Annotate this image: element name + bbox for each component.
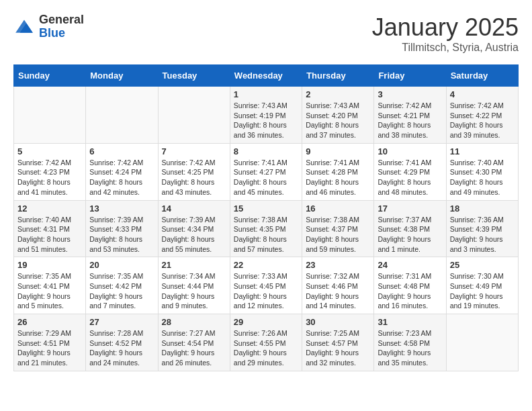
page-header: General Blue January 2025 Tillmitsch, St… [13, 13, 519, 54]
day-number: 25 [450, 260, 515, 270]
calendar-week-row: 26Sunrise: 7:29 AMSunset: 4:51 PMDayligh… [14, 314, 519, 371]
day-number: 1 [234, 89, 298, 99]
calendar-cell: 13Sunrise: 7:39 AMSunset: 4:33 PMDayligh… [86, 200, 158, 257]
calendar-cell: 15Sunrise: 7:38 AMSunset: 4:35 PMDayligh… [230, 200, 302, 257]
day-info: Sunrise: 7:30 AMSunset: 4:49 PMDaylight:… [450, 271, 515, 311]
calendar-cell: 7Sunrise: 7:42 AMSunset: 4:25 PMDaylight… [158, 143, 230, 200]
day-number: 24 [378, 260, 442, 270]
calendar-cell: 17Sunrise: 7:37 AMSunset: 4:38 PMDayligh… [374, 200, 446, 257]
calendar-cell: 18Sunrise: 7:36 AMSunset: 4:39 PMDayligh… [446, 200, 518, 257]
calendar-cell: 8Sunrise: 7:41 AMSunset: 4:27 PMDaylight… [230, 143, 302, 200]
calendar-week-row: 1Sunrise: 7:43 AMSunset: 4:19 PMDaylight… [14, 87, 519, 144]
day-info: Sunrise: 7:41 AMSunset: 4:27 PMDaylight:… [234, 158, 298, 197]
logo-blue: Blue [39, 27, 84, 40]
day-info: Sunrise: 7:31 AMSunset: 4:48 PMDaylight:… [378, 271, 442, 311]
calendar-cell [158, 87, 230, 144]
logo-general: General [39, 13, 84, 27]
day-info: Sunrise: 7:43 AMSunset: 4:19 PMDaylight:… [234, 101, 298, 140]
day-number: 13 [89, 203, 154, 214]
calendar-cell: 2Sunrise: 7:43 AMSunset: 4:20 PMDaylight… [302, 87, 374, 144]
calendar-cell: 29Sunrise: 7:26 AMSunset: 4:55 PMDayligh… [230, 314, 302, 371]
day-info: Sunrise: 7:42 AMSunset: 4:22 PMDaylight:… [450, 101, 515, 140]
day-number: 14 [162, 203, 226, 214]
logo-icon [13, 17, 35, 36]
day-info: Sunrise: 7:40 AMSunset: 4:30 PMDaylight:… [450, 158, 515, 197]
title-block: January 2025 Tillmitsch, Styria, Austria [372, 13, 519, 54]
calendar-cell: 3Sunrise: 7:42 AMSunset: 4:21 PMDaylight… [374, 87, 446, 144]
header-sunday: Sunday [14, 65, 86, 87]
calendar-cell: 21Sunrise: 7:34 AMSunset: 4:44 PMDayligh… [158, 257, 230, 314]
calendar-subtitle: Tillmitsch, Styria, Austria [372, 42, 519, 54]
day-info: Sunrise: 7:42 AMSunset: 4:25 PMDaylight:… [162, 158, 226, 197]
calendar-cell: 10Sunrise: 7:41 AMSunset: 4:29 PMDayligh… [374, 143, 446, 200]
day-number: 20 [89, 260, 154, 270]
day-number: 4 [450, 89, 515, 99]
day-number: 21 [162, 260, 226, 270]
day-number: 7 [162, 146, 226, 156]
day-info: Sunrise: 7:28 AMSunset: 4:52 PMDaylight:… [89, 328, 154, 368]
calendar-cell: 20Sunrise: 7:35 AMSunset: 4:42 PMDayligh… [86, 257, 158, 314]
day-number: 30 [306, 317, 370, 327]
header-tuesday: Tuesday [158, 65, 230, 87]
day-number: 19 [17, 260, 82, 270]
logo-text: General Blue [39, 13, 84, 40]
calendar-cell: 30Sunrise: 7:25 AMSunset: 4:57 PMDayligh… [302, 314, 374, 371]
calendar-cell [14, 87, 86, 144]
calendar-title: January 2025 [372, 13, 519, 42]
calendar-cell: 28Sunrise: 7:27 AMSunset: 4:54 PMDayligh… [158, 314, 230, 371]
day-number: 9 [306, 146, 370, 156]
day-number: 22 [234, 260, 298, 270]
day-info: Sunrise: 7:42 AMSunset: 4:24 PMDaylight:… [89, 158, 154, 197]
day-number: 2 [306, 89, 370, 99]
day-number: 5 [17, 146, 82, 156]
calendar-week-row: 12Sunrise: 7:40 AMSunset: 4:31 PMDayligh… [14, 200, 519, 257]
calendar-cell [446, 314, 518, 371]
day-info: Sunrise: 7:41 AMSunset: 4:29 PMDaylight:… [378, 158, 442, 197]
day-info: Sunrise: 7:36 AMSunset: 4:39 PMDaylight:… [450, 215, 515, 255]
header-friday: Friday [374, 65, 446, 87]
calendar-cell: 16Sunrise: 7:38 AMSunset: 4:37 PMDayligh… [302, 200, 374, 257]
day-info: Sunrise: 7:34 AMSunset: 4:44 PMDaylight:… [162, 271, 226, 311]
calendar-cell: 6Sunrise: 7:42 AMSunset: 4:24 PMDaylight… [86, 143, 158, 200]
day-info: Sunrise: 7:32 AMSunset: 4:46 PMDaylight:… [306, 271, 370, 311]
day-info: Sunrise: 7:26 AMSunset: 4:55 PMDaylight:… [234, 328, 298, 368]
calendar-cell: 24Sunrise: 7:31 AMSunset: 4:48 PMDayligh… [374, 257, 446, 314]
day-info: Sunrise: 7:39 AMSunset: 4:33 PMDaylight:… [89, 215, 154, 255]
day-info: Sunrise: 7:43 AMSunset: 4:20 PMDaylight:… [306, 101, 370, 140]
calendar-cell: 9Sunrise: 7:41 AMSunset: 4:28 PMDaylight… [302, 143, 374, 200]
day-info: Sunrise: 7:42 AMSunset: 4:21 PMDaylight:… [378, 101, 442, 140]
day-info: Sunrise: 7:35 AMSunset: 4:42 PMDaylight:… [89, 271, 154, 311]
day-info: Sunrise: 7:35 AMSunset: 4:41 PMDaylight:… [17, 271, 82, 311]
calendar-cell: 14Sunrise: 7:39 AMSunset: 4:34 PMDayligh… [158, 200, 230, 257]
header-saturday: Saturday [446, 65, 518, 87]
day-number: 15 [234, 203, 298, 214]
day-number: 10 [378, 146, 442, 156]
day-number: 26 [17, 317, 82, 327]
logo: General Blue [13, 13, 84, 40]
calendar-cell: 12Sunrise: 7:40 AMSunset: 4:31 PMDayligh… [14, 200, 86, 257]
calendar-week-row: 19Sunrise: 7:35 AMSunset: 4:41 PMDayligh… [14, 257, 519, 314]
calendar-cell: 23Sunrise: 7:32 AMSunset: 4:46 PMDayligh… [302, 257, 374, 314]
day-number: 12 [17, 203, 82, 214]
day-info: Sunrise: 7:38 AMSunset: 4:35 PMDaylight:… [234, 215, 298, 255]
day-info: Sunrise: 7:40 AMSunset: 4:31 PMDaylight:… [17, 215, 82, 255]
day-number: 27 [89, 317, 154, 327]
calendar-header-row: SundayMondayTuesdayWednesdayThursdayFrid… [14, 65, 519, 87]
header-thursday: Thursday [302, 65, 374, 87]
day-number: 31 [378, 317, 442, 327]
day-number: 29 [234, 317, 298, 327]
day-number: 6 [89, 146, 154, 156]
day-info: Sunrise: 7:37 AMSunset: 4:38 PMDaylight:… [378, 215, 442, 255]
day-number: 8 [234, 146, 298, 156]
day-number: 16 [306, 203, 370, 214]
header-monday: Monday [86, 65, 158, 87]
day-number: 28 [162, 317, 226, 327]
day-number: 17 [378, 203, 442, 214]
calendar-cell: 26Sunrise: 7:29 AMSunset: 4:51 PMDayligh… [14, 314, 86, 371]
calendar-cell: 22Sunrise: 7:33 AMSunset: 4:45 PMDayligh… [230, 257, 302, 314]
calendar-cell: 1Sunrise: 7:43 AMSunset: 4:19 PMDaylight… [230, 87, 302, 144]
day-info: Sunrise: 7:33 AMSunset: 4:45 PMDaylight:… [234, 271, 298, 311]
day-info: Sunrise: 7:42 AMSunset: 4:23 PMDaylight:… [17, 158, 82, 197]
calendar-cell: 25Sunrise: 7:30 AMSunset: 4:49 PMDayligh… [446, 257, 518, 314]
calendar-week-row: 5Sunrise: 7:42 AMSunset: 4:23 PMDaylight… [14, 143, 519, 200]
